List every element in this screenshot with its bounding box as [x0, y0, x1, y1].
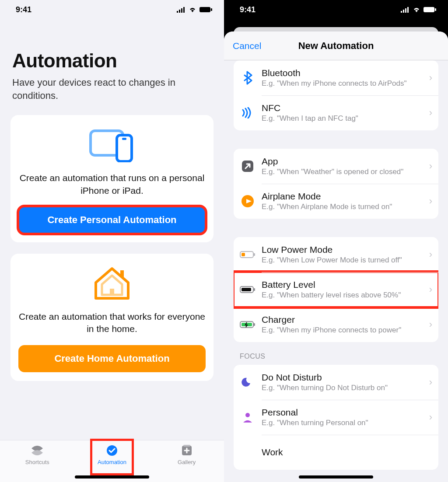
svg-rect-24	[242, 253, 245, 256]
status-time: 9:41	[240, 5, 256, 14]
chevron-right-icon: ›	[429, 412, 432, 423]
tab-shortcuts[interactable]: Shortcuts	[13, 444, 61, 465]
row-sub: E.g. "When Airplane Mode is turned on"	[262, 203, 427, 211]
tab-bar: Shortcuts Automation Gallery	[0, 440, 224, 482]
group-power: Low Power ModeE.g. "When Low Power Mode …	[234, 237, 438, 342]
gallery-icon	[179, 444, 194, 457]
row-sub: E.g. "When I tap an NFC tag"	[262, 114, 427, 123]
person-icon	[240, 409, 256, 425]
page-subtitle: Have your devices react to changes in co…	[0, 73, 224, 115]
section-header-focus: FOCUS	[234, 342, 438, 365]
svg-rect-19	[435, 8, 436, 11]
row-title: Charger	[262, 314, 427, 325]
row-lowpower[interactable]: Low Power ModeE.g. "When Low Power Mode …	[234, 237, 438, 272]
row-sub: E.g. "When my iPhone connects to power"	[262, 326, 427, 335]
status-time: 9:41	[16, 5, 32, 14]
personal-automation-card: Create an automation that runs on a pers…	[10, 115, 214, 242]
moon-icon	[240, 374, 256, 390]
row-sub: E.g. "When Low Power Mode is turned off"	[262, 256, 427, 265]
row-app[interactable]: AppE.g. "When "Weather" is opened or clo…	[234, 149, 438, 184]
row-bluetooth[interactable]: BluetoothE.g. "When my iPhone connects t…	[234, 60, 438, 95]
row-charger[interactable]: ChargerE.g. "When my iPhone connects to …	[234, 307, 438, 342]
group-focus: Do Not DisturbE.g. "When turning Do Not …	[234, 365, 438, 470]
svg-rect-1	[179, 10, 180, 13]
row-title: App	[262, 156, 427, 167]
chevron-right-icon: ›	[429, 161, 432, 172]
chevron-right-icon: ›	[429, 284, 432, 295]
shortcuts-icon	[30, 444, 45, 457]
modal-header: Cancel New Automation	[224, 31, 448, 60]
page-title: Automation	[0, 19, 224, 73]
chevron-right-icon: ›	[429, 72, 432, 84]
chevron-right-icon: ›	[429, 319, 432, 330]
status-bar: 9:41	[0, 0, 224, 19]
svg-rect-17	[407, 7, 409, 13]
home-indicator	[299, 475, 373, 479]
battery-level-icon	[240, 282, 256, 297]
status-icons	[177, 7, 213, 13]
status-bar: 9:41	[224, 0, 448, 19]
chevron-right-icon: ›	[429, 196, 432, 207]
svg-rect-15	[403, 10, 404, 13]
row-title: NFC	[262, 103, 427, 113]
row-title: Bluetooth	[262, 68, 427, 78]
svg-point-31	[245, 413, 250, 417]
app-icon	[240, 158, 256, 174]
cancel-button[interactable]: Cancel	[233, 41, 261, 51]
svg-rect-2	[181, 8, 182, 13]
cellular-icon	[177, 7, 186, 13]
chevron-right-icon: ›	[429, 249, 432, 260]
home-automation-card: Create an automation that works for ever…	[10, 254, 214, 381]
tab-gallery[interactable]: Gallery	[163, 444, 211, 465]
battery-icon	[200, 7, 213, 13]
row-sub: E.g. "When turning Do Not Disturb on"	[262, 384, 427, 392]
svg-rect-3	[183, 7, 185, 13]
create-home-automation-button[interactable]: Create Home Automation	[18, 345, 206, 372]
group-apps: AppE.g. "When "Weather" is opened or clo…	[234, 149, 438, 219]
svg-rect-27	[242, 288, 251, 291]
devices-icon	[88, 127, 136, 164]
cellular-icon	[401, 7, 410, 13]
bluetooth-icon	[240, 70, 256, 86]
svg-rect-16	[405, 8, 406, 13]
row-title: Personal	[262, 407, 427, 418]
tab-shortcuts-label: Shortcuts	[25, 459, 49, 465]
status-icons	[401, 7, 437, 13]
personal-card-desc: Create an automation that runs on a pers…	[18, 172, 206, 197]
row-nfc[interactable]: NFCE.g. "When I tap an NFC tag" ›	[234, 95, 438, 130]
airplane-icon	[240, 193, 256, 209]
home-card-desc: Create an automation that works for ever…	[18, 311, 206, 335]
svg-rect-13	[183, 445, 190, 447]
chevron-right-icon: ›	[429, 107, 432, 119]
row-personal[interactable]: PersonalE.g. "When turning Personal on" …	[234, 400, 438, 435]
battery-icon	[424, 7, 437, 13]
row-battery-level[interactable]: Battery LevelE.g. "When battery level ri…	[234, 272, 438, 307]
row-dnd[interactable]: Do Not DisturbE.g. "When turning Do Not …	[234, 365, 438, 400]
row-work[interactable]: Work	[234, 435, 438, 470]
create-personal-automation-button[interactable]: Create Personal Automation	[18, 206, 206, 234]
home-icon	[92, 266, 132, 303]
row-title: Work	[262, 447, 432, 458]
charger-icon	[240, 317, 256, 332]
group-connectivity: BluetoothE.g. "When my iPhone connects t…	[234, 60, 438, 130]
wifi-icon	[412, 7, 421, 13]
work-icon	[240, 444, 256, 460]
row-title: Airplane Mode	[262, 191, 427, 202]
svg-rect-23	[254, 253, 255, 256]
trigger-list[interactable]: BluetoothE.g. "When my iPhone connects t…	[224, 60, 448, 470]
svg-rect-8	[122, 138, 126, 140]
tab-gallery-label: Gallery	[178, 459, 196, 465]
lowpower-icon	[240, 247, 256, 262]
row-sub: E.g. "When battery level rises above 50%…	[262, 291, 427, 300]
wifi-icon	[188, 7, 197, 13]
row-title: Do Not Disturb	[262, 372, 427, 383]
svg-rect-18	[424, 7, 434, 12]
row-sub: E.g. "When "Weather" is opened or closed…	[262, 168, 427, 176]
chevron-right-icon: ›	[429, 377, 432, 388]
row-sub: E.g. "When my iPhone connects to AirPods…	[262, 79, 427, 88]
row-airplane[interactable]: Airplane ModeE.g. "When Airplane Mode is…	[234, 184, 438, 219]
svg-rect-14	[401, 11, 402, 13]
svg-rect-10	[120, 270, 124, 277]
svg-rect-9	[110, 289, 114, 295]
modal-title: New Automation	[298, 40, 374, 52]
